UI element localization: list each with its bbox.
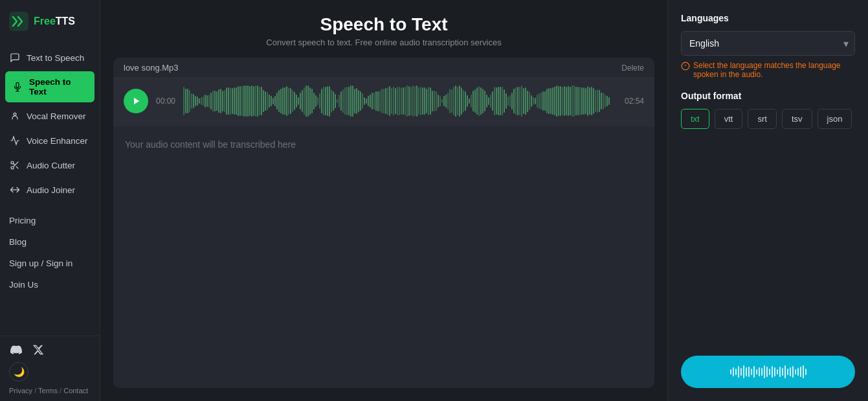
vocal-icon — [9, 110, 21, 122]
logo-text: FreeTTS — [34, 16, 75, 27]
right-panel: Languages English Spanish French German … — [667, 0, 868, 401]
enhance-icon — [9, 135, 21, 146]
format-txt-button[interactable]: txt — [681, 109, 709, 129]
format-srt-button[interactable]: srt — [748, 109, 776, 129]
social-links — [9, 343, 91, 357]
svg-point-4 — [14, 113, 16, 115]
sidebar-item-audio-joiner[interactable]: Audio Joiner — [0, 178, 100, 202]
sidebar-item-label: Audio Joiner — [27, 185, 75, 195]
svg-line-9 — [13, 163, 15, 165]
contact-link[interactable]: Contact — [63, 387, 88, 395]
sidebar-bottom: 🌙 Privacy / Terms / Contact — [0, 336, 100, 401]
main-content: Speech to Text Convert speech to text. F… — [100, 0, 667, 401]
page-header: Speech to Text Convert speech to text. F… — [100, 0, 667, 58]
twitter-icon[interactable] — [31, 343, 45, 357]
transcript-area: Your audio content will be transcribed h… — [113, 126, 654, 388]
cut-icon — [9, 159, 21, 171]
sidebar-item-join-us[interactable]: Join Us — [0, 274, 100, 295]
transcribe-button[interactable] — [681, 356, 855, 388]
join-icon — [9, 184, 21, 196]
audio-filename: love song.Mp3 — [124, 63, 179, 73]
delete-audio-button[interactable]: Delete — [621, 63, 644, 73]
language-hint-text: Select the language matches the language… — [693, 61, 855, 79]
sidebar: FreeTTS Text to Speech Speech to Text — [0, 0, 100, 401]
info-icon — [681, 62, 690, 71]
text-icon — [9, 52, 21, 63]
format-buttons: txt vtt srt tsv json — [681, 109, 855, 129]
format-tsv-button[interactable]: tsv — [782, 109, 812, 129]
mic-icon — [12, 81, 23, 93]
language-hint: Select the language matches the language… — [681, 61, 855, 79]
svg-point-5 — [11, 161, 14, 164]
page-subtitle: Convert speech to text. Free online audi… — [113, 38, 654, 47]
output-format-title: Output format — [681, 91, 855, 101]
sidebar-item-pricing[interactable]: Pricing — [0, 210, 100, 231]
sidebar-item-vocal-remover[interactable]: Vocal Remover — [0, 104, 100, 128]
waveform-container: 00:00 02:54 — [113, 78, 654, 126]
audio-player-bar: love song.Mp3 Delete — [113, 58, 654, 78]
discord-icon[interactable] — [9, 343, 23, 357]
svg-marker-11 — [134, 98, 139, 105]
terms-link[interactable]: Terms — [38, 387, 58, 395]
svg-point-6 — [11, 166, 14, 169]
theme-toggle-button[interactable]: 🌙 — [9, 362, 28, 382]
transcript-placeholder: Your audio content will be transcribed h… — [125, 139, 296, 150]
content-area: love song.Mp3 Delete 00:00 02:54 Your au… — [113, 58, 654, 388]
transcribe-waveform-icon — [730, 365, 807, 378]
sidebar-item-label: Audio Cutter — [27, 161, 75, 170]
sidebar-item-label: Speech to Text — [29, 77, 88, 97]
play-icon — [132, 97, 141, 106]
logo[interactable]: FreeTTS — [0, 0, 100, 43]
svg-rect-0 — [9, 12, 28, 31]
privacy-link[interactable]: Privacy — [9, 387, 32, 395]
waveform[interactable] — [183, 85, 617, 117]
language-select-wrapper: English Spanish French German Italian Po… — [681, 31, 855, 56]
svg-rect-1 — [16, 82, 19, 87]
language-select[interactable]: English Spanish French German Italian Po… — [681, 31, 855, 56]
format-json-button[interactable]: json — [818, 109, 852, 129]
sidebar-item-label: Vocal Remover — [27, 111, 86, 121]
languages-title: Languages — [681, 13, 855, 23]
sidebar-item-speech-to-text[interactable]: Speech to Text — [5, 71, 95, 102]
svg-line-8 — [16, 166, 19, 169]
sidebar-item-label: Voice Enhancer — [27, 136, 88, 146]
time-total: 02:54 — [625, 97, 644, 106]
sidebar-item-audio-cutter[interactable]: Audio Cutter — [0, 153, 100, 178]
sidebar-item-blog[interactable]: Blog — [0, 231, 100, 253]
sidebar-item-voice-enhancer[interactable]: Voice Enhancer — [0, 128, 100, 153]
footer-links: Privacy / Terms / Contact — [9, 387, 91, 395]
time-current: 00:00 — [156, 97, 175, 106]
play-button[interactable] — [124, 89, 148, 113]
sidebar-item-signup[interactable]: Sign up / Sign in — [0, 253, 100, 274]
main-nav: Text to Speech Speech to Text Vocal Remo… — [0, 43, 100, 336]
page-title: Speech to Text — [113, 14, 654, 35]
sidebar-item-text-to-speech[interactable]: Text to Speech — [0, 45, 100, 70]
sidebar-item-label: Text to Speech — [27, 53, 84, 63]
format-vtt-button[interactable]: vtt — [715, 109, 743, 129]
